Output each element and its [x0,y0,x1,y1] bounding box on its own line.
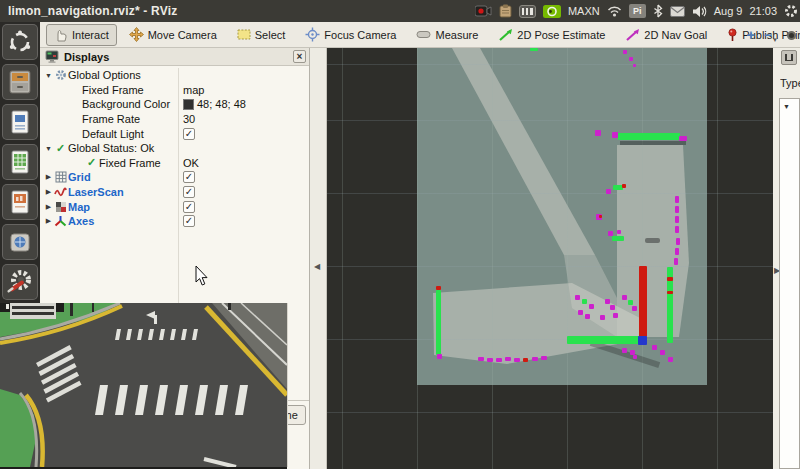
tree-row-global-options[interactable]: ▼ Global Options [40,68,309,83]
launcher-software-center[interactable] [2,224,38,260]
tree-row-grid[interactable]: ▶ Grid ✓ [40,170,309,185]
row-value[interactable]: 30 [183,113,195,125]
row-value[interactable]: 48; 48; 48 [183,98,246,110]
pi-badge-icon[interactable]: Pi [629,4,646,18]
laser-marker [675,226,679,233]
mouse-cursor [195,266,209,286]
tree-row-axes[interactable]: ▶ Axes ✓ [40,214,309,229]
tool-label: Measure [435,29,478,41]
tool-options-icon[interactable] [787,31,796,40]
laser-marker [674,258,678,265]
screen-record-icon[interactable] [475,5,492,17]
laser-marker [436,286,441,290]
grid-checkbox[interactable]: ✓ [183,171,195,183]
laser-marker [436,290,441,355]
laser-marker [505,357,511,361]
laser-marker [638,336,647,345]
left-panel-splitter[interactable]: ◀ [310,48,327,469]
row-value[interactable]: map [183,84,204,96]
expand-arrow-icon[interactable]: ▼ [44,145,53,152]
axes-display-icon [53,215,68,227]
views-type-label: Type [780,77,800,89]
collapse-arrow-icon[interactable]: ▶ [44,203,53,211]
calc-sheet-icon [7,149,33,175]
laser-marker [523,358,528,362]
launcher-system-settings[interactable] [2,264,38,300]
writer-doc-icon [7,109,33,135]
pose-arrow-icon [498,28,513,42]
expand-arrow-icon[interactable]: ▼ [44,72,53,79]
laser-marker [639,266,647,337]
views-type-dropdown[interactable]: ▼ [779,98,800,469]
map-checkbox[interactable]: ✓ [183,201,195,213]
session-gear-icon[interactable] [784,4,798,18]
launcher-file-manager[interactable] [2,64,38,100]
settings-gear-icon [6,268,34,296]
measure-icon [416,30,431,39]
row-label: Map [68,201,90,213]
laser-marker [675,216,679,223]
collapse-arrow-icon[interactable]: ▶ [44,217,53,225]
laserscan-checkbox[interactable]: ✓ [183,186,195,198]
nvidia-icon[interactable] [543,5,561,18]
file-cabinet-icon [7,69,33,95]
collapse-arrow-icon[interactable]: ▶ [44,173,53,181]
default-light-checkbox[interactable]: ✓ [183,128,195,140]
laser-marker [679,136,687,141]
tree-row-fixed-frame-status[interactable]: ✓ Fixed Frame OK [40,156,309,171]
launcher-libreoffice-calc[interactable] [2,144,38,180]
tool-2d-pose-estimate[interactable]: 2D Pose Estimate [490,24,613,46]
tool-move-camera[interactable]: Move Camera [121,23,225,46]
collapse-left-icon[interactable]: ◀ [314,262,320,271]
tool-interact[interactable]: Interact [46,24,117,46]
tool-measure[interactable]: Measure [408,25,486,45]
views-panel-icon[interactable] [781,50,797,65]
rviz-3d-viewport[interactable] [327,48,773,469]
color-swatch [183,99,194,110]
launcher-ubuntu-dash[interactable] [2,24,38,60]
tool-focus-camera[interactable]: Focus Camera [297,23,404,46]
row-label: Fixed Frame [82,84,144,96]
row-label: Frame Rate [82,113,140,125]
laser-marker [675,206,679,213]
time-label[interactable]: 21:03 [749,5,777,17]
laserscan-display-icon [53,187,68,197]
displays-panel-title: Displays [64,51,109,63]
tree-row-default-light[interactable]: Default Light ✓ [40,126,309,141]
keyboard-indicator-icon[interactable] [519,5,536,18]
wifi-icon[interactable] [607,5,622,17]
global-options-gear-icon [53,69,68,81]
tree-row-global-status[interactable]: ▼ ✓ Global Status: Ok [40,141,309,156]
date-label[interactable]: Aug 9 [714,5,743,17]
tool-select[interactable]: Select [229,24,294,45]
laser-marker [633,355,637,359]
row-label: Axes [68,215,94,227]
volume-icon[interactable] [692,5,707,18]
gpu-mode-label[interactable]: MAXN [568,5,600,17]
add-tool-button[interactable]: + [747,28,755,42]
tool-2d-nav-goal[interactable]: 2D Nav Goal [617,24,715,46]
launcher-libreoffice-writer[interactable] [2,104,38,140]
displays-panel-header[interactable]: Displays [40,48,309,66]
axes-checkbox[interactable]: ✓ [183,215,195,227]
laser-marker [610,305,615,310]
tree-row-fixed-frame[interactable]: Fixed Frame map [40,83,309,98]
remove-tool-label: − [764,27,772,43]
clipboard-icon[interactable] [499,4,512,18]
launcher-libreoffice-impress[interactable] [2,184,38,220]
tool-label: 2D Pose Estimate [517,29,605,41]
laser-marker [632,306,637,311]
caret-down-icon: ▼ [772,37,778,43]
grid-display-icon [53,171,68,183]
tree-row-map[interactable]: ▶ Map ✓ [40,199,309,214]
tree-row-laserscan[interactable]: ▶ LaserScan ✓ [40,185,309,200]
remove-tool-button[interactable]: −▼ [764,28,778,43]
rviz-toolbar: Interact Move Camera Select Focus Camera… [0,22,800,48]
unity-launcher [0,22,40,303]
displays-close-button[interactable]: × [293,50,306,63]
tree-row-background-color[interactable]: Background Color 48; 48; 48 [40,97,309,112]
collapse-arrow-icon[interactable]: ▶ [44,188,53,196]
mail-icon[interactable] [670,6,685,17]
bluetooth-icon[interactable] [653,4,663,18]
tree-row-frame-rate[interactable]: Frame Rate 30 [40,112,309,127]
